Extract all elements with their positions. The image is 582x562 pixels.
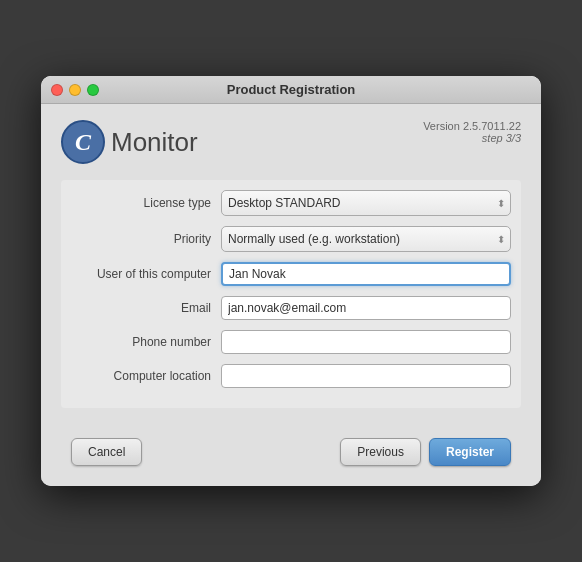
button-bar: Cancel Previous Register (61, 438, 521, 466)
logo-area: C Monitor (61, 120, 198, 164)
right-buttons: Previous Register (340, 438, 511, 466)
location-label: Computer location (71, 369, 221, 383)
maximize-button[interactable] (87, 84, 99, 96)
version-info: Version 2.5.7011.22 step 3/3 (423, 120, 521, 144)
email-row: Email (61, 296, 521, 320)
version-number: Version 2.5.7011.22 (423, 120, 521, 132)
phone-label: Phone number (71, 335, 221, 349)
phone-input[interactable] (221, 330, 511, 354)
priority-control: Normally used (e.g. workstation) Server … (221, 226, 511, 252)
window-title: Product Registration (227, 82, 356, 97)
license-type-select[interactable]: Desktop STANDARD Server STANDARD Desktop… (221, 190, 511, 216)
priority-row: Priority Normally used (e.g. workstation… (61, 226, 521, 252)
license-type-label: License type (71, 196, 221, 210)
window-content: C Monitor Version 2.5.7011.22 step 3/3 L… (41, 104, 541, 486)
location-control (221, 364, 511, 388)
header-area: C Monitor Version 2.5.7011.22 step 3/3 (61, 120, 521, 164)
user-control (221, 262, 511, 286)
form-area: License type Desktop STANDARD Server STA… (61, 180, 521, 408)
previous-button[interactable]: Previous (340, 438, 421, 466)
license-type-control: Desktop STANDARD Server STANDARD Desktop… (221, 190, 511, 216)
location-input[interactable] (221, 364, 511, 388)
email-control (221, 296, 511, 320)
logo-name: Monitor (111, 127, 198, 158)
email-input[interactable] (221, 296, 511, 320)
location-row: Computer location (61, 364, 521, 388)
close-button[interactable] (51, 84, 63, 96)
logo-letter: C (75, 129, 91, 156)
logo-icon: C (61, 120, 105, 164)
product-registration-window: Product Registration C Monitor Version 2… (41, 76, 541, 486)
titlebar: Product Registration (41, 76, 541, 104)
priority-select[interactable]: Normally used (e.g. workstation) Server … (221, 226, 511, 252)
minimize-button[interactable] (69, 84, 81, 96)
user-input[interactable] (221, 262, 511, 286)
priority-select-wrapper: Normally used (e.g. workstation) Server … (221, 226, 511, 252)
email-label: Email (71, 301, 221, 315)
phone-row: Phone number (61, 330, 521, 354)
user-label: User of this computer (71, 267, 221, 281)
license-type-select-wrapper: Desktop STANDARD Server STANDARD Desktop… (221, 190, 511, 216)
step-info: step 3/3 (423, 132, 521, 144)
register-button[interactable]: Register (429, 438, 511, 466)
traffic-lights (51, 84, 99, 96)
phone-control (221, 330, 511, 354)
user-row: User of this computer (61, 262, 521, 286)
cancel-button[interactable]: Cancel (71, 438, 142, 466)
license-type-row: License type Desktop STANDARD Server STA… (61, 190, 521, 216)
priority-label: Priority (71, 232, 221, 246)
